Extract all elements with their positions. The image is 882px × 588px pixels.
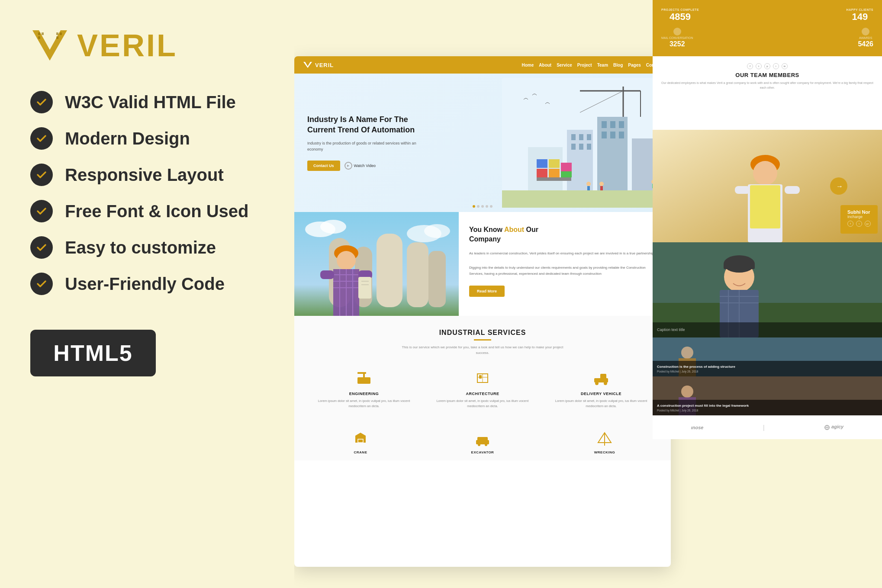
svg-rect-45 [537,169,547,177]
right-side-stack: PROJECTS COMPLETE 4859 HAPPY CLIENTS 149… [653,0,882,439]
woman-panel: Caption text title [653,242,882,337]
mail-num: 3252 [670,40,685,48]
projects-label: PROJECTS COMPLETE [661,8,699,11]
svg-rect-64 [407,242,428,307]
construction-illustration [502,78,666,208]
partner-2-icon [824,424,830,431]
nav-link-team[interactable]: Team [597,63,608,67]
svg-rect-2 [42,32,44,35]
clients-num: 149 [847,11,873,22]
svg-point-67 [320,220,346,234]
svg-point-126 [681,347,693,359]
svg-point-71 [337,251,356,270]
service-item-0: ENGINEERING Lorem ipsum dolor sit amet, … [309,366,419,409]
service-desc-2: Lorem ipsum dolor sit amet, in ipodc vul… [546,398,656,409]
mock-about-desc-1: As leaders in commercial construction, V… [469,251,660,257]
worker-image-panel: → Subhi Nor Incharge f t g+ [653,130,882,242]
feature-text-code: User-Friendly Code [65,274,225,294]
mock-contact-btn[interactable]: Contact Us [307,161,340,171]
team-title: OUR TEAM MEMBERS [660,72,875,78]
worker-role: Incharge [847,215,871,219]
svg-rect-81 [358,277,371,299]
nav-link-pages[interactable]: Pages [628,63,641,67]
partner-2: agicy [824,424,843,430]
svg-rect-40 [610,121,615,128]
mock-hero-illustration [502,78,666,208]
svg-text:→: → [836,183,843,190]
svg-rect-44 [619,132,624,138]
worker-info-card: Subhi Nor Incharge f t g+ [840,205,878,234]
blog-2-meta: Posted by Mitchel | July 26, 2018 [657,409,878,412]
svg-rect-63 [377,234,402,307]
mock-hero-subtitle: Industry is the production of goods or r… [307,140,428,153]
social-icons-row: f t p i in [660,63,875,69]
twitter-icon: t [756,63,762,69]
svg-rect-39 [602,121,607,128]
team-panel: f t p i in OUR TEAM MEMBERS Our dedicate… [653,56,882,130]
logo-area: VERIL [30,26,268,65]
partner-divider: | [763,424,765,431]
svg-point-55 [599,182,604,186]
worker-social: f t g+ [847,221,871,227]
svg-rect-116 [724,264,755,269]
service-name-2: DELIVERY VEHICLE [546,392,656,396]
svg-rect-49 [549,159,560,168]
mock-about-content: You Know About OurCompany As leaders in … [459,212,671,316]
mock-about-title: You Know About OurCompany [469,225,660,244]
svg-rect-107 [735,186,750,194]
nav-link-service[interactable]: Service [557,63,572,67]
svg-rect-108 [785,186,800,194]
svg-rect-52 [502,190,666,208]
nav-link-home[interactable]: Home [522,63,534,67]
feature-text-w3c: W3C Valid HTML File [65,93,236,112]
dot-4 [486,205,488,208]
mock-services-section: INDUSTRIAL SERVICES This is our service … [294,316,671,422]
mock-nav-links: HomeAboutServiceProjectTeamBlogPagesCont… [522,63,663,67]
svg-rect-33 [571,134,576,140]
mock-services-desc: This is our service which we provide for… [396,345,569,356]
service-desc-0: Lorem ipsum dolor sit amet, in ipodc vul… [309,398,419,409]
nav-link-about[interactable]: About [539,63,551,67]
blog-2-text: A construction project must fill into th… [657,403,878,408]
feature-text-responsive: Responsive Layout [65,165,224,185]
blog-1-overlay: Construction is the process of adding st… [653,361,882,376]
svg-rect-106 [750,185,780,228]
feature-font: Free Font & Icon Used [30,200,268,222]
left-panel: VERIL W3C Valid HTML File Modern Design [0,0,294,588]
svg-marker-23 [303,62,312,68]
mock-logo-text: VERIL [315,62,334,68]
dot-3 [481,205,484,208]
svg-rect-86 [357,372,366,374]
svg-rect-36 [571,144,576,150]
mock-video-btn[interactable]: ▶ Watch Video [344,162,376,170]
svg-rect-54 [587,186,590,190]
worker-tw-icon: t [856,221,862,227]
svg-rect-3 [38,36,40,39]
check-icon-w3c [30,91,53,113]
mock-read-more-btn[interactable]: Read More [469,286,505,297]
nav-link-project[interactable]: Project [577,63,592,67]
mock-about-desc-2: Digging into the details to truly unders… [469,265,660,276]
awards-num: 5426 [858,40,873,48]
stats-gold-panel: PROJECTS COMPLETE 4859 HAPPY CLIENTS 149… [653,0,882,56]
checkmark-icon [35,169,48,181]
mock-v-icon [303,61,312,69]
svg-rect-94 [600,374,606,379]
svg-point-130 [681,386,693,398]
linkedin-icon: in [782,63,788,69]
mock-services-bottom: CRANE EXCAVATOR WRECKING [294,422,671,460]
service-bottom-icon-2 [596,431,613,448]
dot-5 [490,205,493,208]
nav-link-blog[interactable]: Blog [613,63,623,67]
instagram-icon: i [773,63,779,69]
right-panel: ◀ VERIL HomeAboutServiceProjectTeamBlogP… [294,0,882,588]
main-website-mockup: ◀ VERIL HomeAboutServiceProjectTeamBlogP… [294,56,671,567]
service-name-0: ENGINEERING [309,392,419,396]
service-bottom-icon-0 [352,431,369,448]
feature-code: User-Friendly Code [30,273,268,295]
mock-hero-text: Industry Is A Name For The Current Trend… [307,115,428,171]
svg-rect-1 [38,32,40,35]
awards-stat: AWARDS 5426 [858,28,873,48]
check-icon-customize [30,236,53,259]
svg-rect-84 [357,377,370,384]
